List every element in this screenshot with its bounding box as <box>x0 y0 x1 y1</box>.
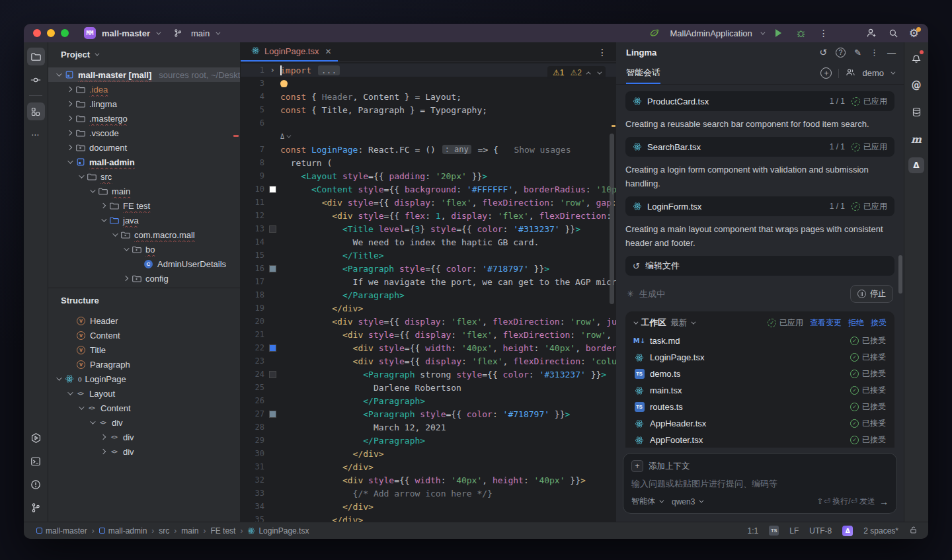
minimize-window-button[interactable] <box>47 29 55 37</box>
chevron-down-icon[interactable] <box>90 187 95 192</box>
color-swatch[interactable] <box>270 266 276 272</box>
workspace-file-routes-ts[interactable]: TS routes.ts✓已接受 <box>625 399 894 415</box>
new-chat-edit-icon[interactable]: ✎ <box>854 48 861 58</box>
code-line-7[interactable]: 7const LoginPage: React.FC = () : any =>… <box>241 143 616 156</box>
tree-item-mall-master-mall[interactable]: mall-master [mall]sources root, ~/Deskto… <box>48 67 240 82</box>
tree-item-header[interactable]: vHeader <box>48 313 240 328</box>
indent-setting[interactable]: 2 spaces* <box>863 526 898 536</box>
code-line-4[interactable]: 4const { Header, Content } = Layout; <box>241 90 616 103</box>
code-line-22[interactable]: 22 <div style={{ width: '40px', height: … <box>241 341 616 354</box>
workspace-file-task-md[interactable]: M↓ task.md✓已接受 <box>625 333 894 349</box>
tree-item-lingma[interactable]: .lingma <box>48 97 240 111</box>
tree-item-com-macro-mall[interactable]: com.macro.mall <box>48 227 240 242</box>
editor-options-kebab-icon[interactable]: ⋮ <box>595 47 610 58</box>
branch-dropdown-chevron-icon[interactable] <box>216 30 221 34</box>
new-session-plus-icon[interactable]: + <box>820 67 832 79</box>
prev-problem-chevron-icon[interactable] <box>586 71 591 76</box>
view-changes-link[interactable]: 查看变更 <box>810 317 842 329</box>
code-line-19[interactable]: 19 </div> <box>241 301 616 315</box>
code-line-26[interactable]: 26 </Paragraph> <box>241 394 616 407</box>
close-tab-icon[interactable]: ✕ <box>325 47 331 56</box>
search-icon[interactable] <box>887 26 901 40</box>
breadcrumb-item-mall-admin[interactable]: mall-admin <box>99 526 147 536</box>
chat-scroll-area[interactable]: ProductCard.tsx 1 / 1 ✓已应用Creating a reu… <box>616 85 904 448</box>
code-line-27[interactable]: 27 <Paragraph style={{ color: '#718797' … <box>241 407 616 420</box>
services-tool-icon[interactable] <box>27 429 45 447</box>
tree-item-fe-test[interactable]: FE test <box>48 198 240 213</box>
lingma-kebab-icon[interactable]: ⋮ <box>870 48 879 58</box>
tree-item-content[interactable]: <>Content <box>48 401 240 415</box>
breadcrumb-item-main[interactable]: main <box>181 526 198 536</box>
project-view-chevron-icon[interactable] <box>95 51 99 56</box>
editor-scrollbar-thumb[interactable] <box>610 134 614 304</box>
code-line-34[interactable]: 34 </div> <box>241 500 616 513</box>
inline-ai-hint-icon[interactable]: Δ <box>280 133 290 140</box>
code-line-32[interactable]: 32 <div style={{ width: '40px', height: … <box>241 473 616 487</box>
chevron-down-icon[interactable] <box>112 231 118 236</box>
file-card-productcard-tsx[interactable]: ProductCard.tsx 1 / 1 ✓已应用 <box>625 91 894 111</box>
stop-button[interactable]: 停止 <box>850 285 893 303</box>
code-line-30[interactable]: 30 </div> <box>241 447 616 460</box>
workspace-file-appheader-tsx[interactable]: AppHeader.tsx✓已接受 <box>625 415 894 432</box>
model-selector[interactable]: qwen3 <box>672 497 702 506</box>
breadcrumb-item-mall-master[interactable]: mall-master <box>36 526 87 536</box>
run-config-name[interactable]: MallAdminApplication <box>670 28 752 38</box>
agent-selector[interactable]: 智能体 <box>631 496 662 507</box>
tree-item-adminuserdetails[interactable]: CAdminUserDetails <box>48 257 240 271</box>
chevron-right-icon[interactable] <box>100 203 106 208</box>
chevron-down-icon[interactable] <box>79 173 84 178</box>
code-line-5[interactable]: 5const { Title, Paragraph } = Typography… <box>241 103 616 116</box>
tree-item-title[interactable]: vTitle <box>48 342 240 357</box>
accept-link[interactable]: 接受 <box>871 317 887 329</box>
tree-item-idea[interactable]: .idea <box>48 82 240 97</box>
code-line-14[interactable]: 14 We need to index the haptic GB card. <box>241 235 616 249</box>
workspace-filter[interactable]: 最新 <box>671 317 694 329</box>
code-line-29[interactable]: 29 </Paragraph> <box>241 434 616 447</box>
tree-item-loginpage[interactable]: oLoginPage <box>48 372 240 386</box>
code-line-25[interactable]: 25 Darlene Robertson <box>241 381 616 394</box>
chevron-right-icon[interactable] <box>67 87 72 92</box>
chevron-down-icon[interactable] <box>56 375 61 380</box>
chevron-down-icon[interactable] <box>90 419 95 424</box>
project-tool-icon[interactable] <box>27 48 45 65</box>
code-line-12[interactable]: 12 <div style={{ flex: 1, display: 'flex… <box>241 209 616 222</box>
workspace-file-appfooter-tsx[interactable]: AppFooter.tsx✓已接受 <box>625 432 894 448</box>
project-name[interactable]: mall-master <box>102 28 150 38</box>
terminal-tool-icon[interactable] <box>27 452 45 470</box>
color-swatch[interactable] <box>270 186 276 192</box>
tree-item-mall-admin[interactable]: mall-admin <box>48 155 240 169</box>
file-card-loginform-tsx[interactable]: LoginForm.tsx 1 / 1 ✓已应用 <box>625 196 894 216</box>
inspection-widget[interactable]: ⚠1 ⚠2 <box>547 66 606 79</box>
lock-icon[interactable] <box>909 526 918 536</box>
color-swatch[interactable] <box>270 226 276 232</box>
notifications-bell-icon[interactable] <box>908 49 926 67</box>
chevron-down-icon[interactable] <box>67 158 73 163</box>
chevron-right-icon[interactable] <box>100 449 106 454</box>
breadcrumb-item-loginpage-tsx[interactable]: LoginPage.tsx <box>247 526 309 536</box>
chevron-right-icon[interactable] <box>67 145 72 150</box>
code-line-31[interactable]: 31 </div> <box>241 460 616 473</box>
code-line-15[interactable]: 15 </Title> <box>241 249 616 262</box>
more-actions-kebab-icon[interactable]: ⋮ <box>816 26 831 40</box>
structure-tool-icon[interactable] <box>27 102 45 120</box>
tree-item-main[interactable]: main <box>48 184 240 198</box>
tree-item-vscode[interactable]: .vscode <box>48 126 240 140</box>
file-card-searchbar-tsx[interactable]: SearchBar.tsx 1 / 1 ✓已应用 <box>625 137 894 157</box>
mastergo-tool-icon[interactable]: m <box>908 130 926 148</box>
chevron-down-icon[interactable] <box>124 245 129 251</box>
help-icon[interactable]: ? <box>836 48 846 58</box>
tree-item-config[interactable]: config <box>48 271 240 286</box>
user-chevron-icon[interactable] <box>891 70 895 75</box>
close-window-button[interactable] <box>33 29 41 37</box>
code-line-17[interactable]: 17 If we navigate the port, we can get t… <box>241 275 616 288</box>
chevron-right-icon[interactable] <box>123 276 128 281</box>
database-tool-icon[interactable] <box>908 103 926 121</box>
code-line-9[interactable]: 9 <Layout style={{ padding: '20px' }}> <box>241 169 616 182</box>
tree-item-paragraph[interactable]: vParagraph <box>48 357 240 372</box>
chevron-down-icon[interactable] <box>101 216 106 221</box>
next-problem-chevron-icon[interactable] <box>597 69 602 74</box>
language-badge[interactable]: TS <box>769 526 779 536</box>
tree-item-src[interactable]: src <box>48 169 240 184</box>
lingma-tool-icon[interactable]: Δ <box>908 157 924 173</box>
reject-link[interactable]: 拒绝 <box>848 317 864 329</box>
